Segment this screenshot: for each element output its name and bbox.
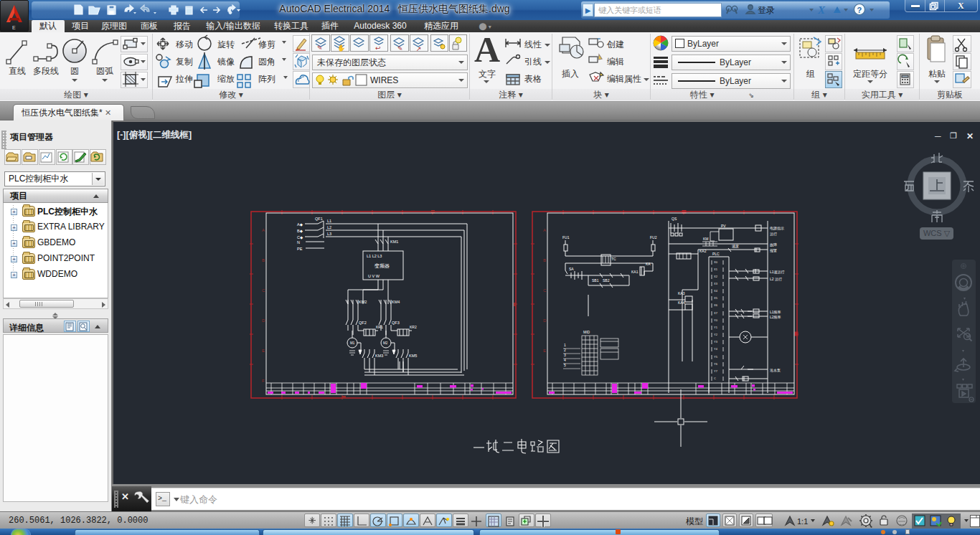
svg-text:X3: X3: [714, 282, 718, 285]
svg-text:Y7: Y7: [714, 369, 718, 373]
svg-text:E: E: [543, 349, 546, 353]
svg-text:L1 L2 L3: L1 L2 L3: [367, 254, 382, 258]
svg-text:✋: ✋: [337, 44, 346, 52]
svg-text:M1: M1: [350, 341, 355, 345]
svg-text:C: C: [543, 288, 547, 293]
svg-text:D: D: [262, 318, 265, 323]
svg-text:登录: 登录: [758, 5, 775, 15]
svg-text:KM4: KM4: [392, 300, 400, 304]
svg-text:E: E: [12, 25, 16, 30]
svg-text:TC: TC: [611, 257, 616, 261]
svg-text:PV: PV: [721, 224, 726, 228]
svg-text:Y3: Y3: [714, 340, 718, 344]
svg-text:报警: 报警: [770, 248, 777, 252]
svg-text:KA1: KA1: [631, 270, 639, 274]
svg-text:速度: 速度: [732, 244, 739, 249]
svg-text:运行: 运行: [770, 232, 777, 237]
svg-text:L1速运行: L1速运行: [770, 270, 785, 275]
svg-text:A: A: [262, 228, 265, 232]
svg-text:Y2: Y2: [714, 333, 718, 336]
svg-text:QF1: QF1: [315, 217, 323, 221]
svg-text:X4: X4: [714, 289, 718, 293]
svg-text:✎: ✎: [317, 44, 323, 52]
svg-text:故障: 故障: [770, 242, 777, 247]
svg-text:X7: X7: [714, 311, 718, 315]
svg-text:X6: X6: [714, 303, 718, 307]
svg-text:C: C: [714, 377, 716, 380]
svg-text:4: 4: [564, 358, 566, 362]
svg-text:M2: M2: [383, 341, 388, 345]
svg-text:?: ?: [857, 6, 862, 14]
svg-text:QS: QS: [672, 217, 677, 221]
svg-text:KR2: KR2: [410, 325, 417, 329]
svg-text:A◆: A◆: [297, 222, 303, 227]
svg-text:QF2: QF2: [359, 321, 367, 325]
svg-text:B◆: B◆: [297, 229, 303, 233]
svg-text:3: 3: [564, 353, 566, 357]
svg-text:Y5: Y5: [714, 355, 718, 359]
svg-text:KM1: KM1: [390, 240, 398, 244]
svg-text:SB2: SB2: [603, 278, 610, 283]
svg-text:电源指示: 电源指示: [770, 226, 784, 230]
svg-text:C◆: C◆: [297, 235, 303, 240]
svg-text:B: B: [543, 258, 546, 262]
svg-text:FU2: FU2: [650, 235, 657, 240]
svg-text:X0: X0: [714, 260, 718, 264]
svg-text:X5: X5: [714, 296, 718, 300]
svg-text:F: F: [262, 379, 265, 383]
svg-text:N: N: [297, 240, 300, 245]
svg-text:FU1: FU1: [562, 235, 570, 240]
svg-text:C: C: [262, 288, 265, 293]
svg-text:变频器: 变频器: [374, 263, 390, 269]
svg-text:KA4: KA4: [678, 300, 685, 305]
svg-text:送水泵: 送水泵: [770, 368, 781, 372]
svg-text:L1: L1: [327, 219, 331, 223]
svg-text:L2: L2: [327, 225, 331, 229]
svg-text:SA: SA: [569, 267, 574, 271]
svg-text:X1: X1: [714, 268, 718, 271]
svg-text:KM3: KM3: [375, 354, 383, 358]
svg-text:D: D: [543, 318, 547, 323]
svg-text:A: A: [543, 228, 546, 232]
svg-text:Y4: Y4: [714, 347, 718, 351]
svg-text:1:1: 1:1: [797, 517, 808, 526]
svg-text:KM5: KM5: [409, 354, 417, 358]
svg-text:↩: ↩: [375, 44, 381, 52]
svg-text:2: 2: [564, 348, 566, 352]
svg-text:E: E: [262, 349, 265, 353]
svg-text:L2 运行: L2 运行: [770, 277, 782, 282]
svg-text:SB1: SB1: [592, 278, 599, 283]
svg-text:Y1: Y1: [714, 326, 718, 329]
svg-text:B: B: [262, 258, 265, 262]
svg-text:L2频率: L2频率: [770, 315, 781, 319]
svg-text:X2: X2: [714, 275, 718, 278]
svg-text:5: 5: [564, 363, 566, 367]
svg-text:U V W: U V W: [368, 274, 380, 278]
svg-text:PLC: PLC: [712, 252, 720, 256]
svg-text:KA3: KA3: [678, 291, 685, 295]
svg-text:Y0: Y0: [714, 318, 718, 322]
svg-text:KM2: KM2: [359, 300, 367, 304]
svg-text:KM: KM: [703, 237, 709, 241]
svg-text:QF3: QF3: [392, 321, 400, 325]
svg-text:WIRES: WIRES: [370, 75, 398, 85]
svg-text:X: X: [817, 4, 826, 16]
svg-text:1: 1: [564, 343, 566, 347]
svg-text:MID: MID: [583, 330, 590, 334]
svg-text:PE: PE: [297, 247, 303, 251]
svg-text:KA2: KA2: [699, 249, 707, 253]
svg-text:KR1: KR1: [376, 325, 383, 329]
svg-text:KA: KA: [646, 262, 651, 266]
svg-text:L3: L3: [327, 232, 331, 236]
svg-text:Y6: Y6: [714, 362, 718, 366]
svg-text:L1频率: L1频率: [770, 310, 781, 314]
svg-text:✎: ✎: [397, 45, 403, 52]
svg-text:↗: ↗: [416, 45, 422, 52]
